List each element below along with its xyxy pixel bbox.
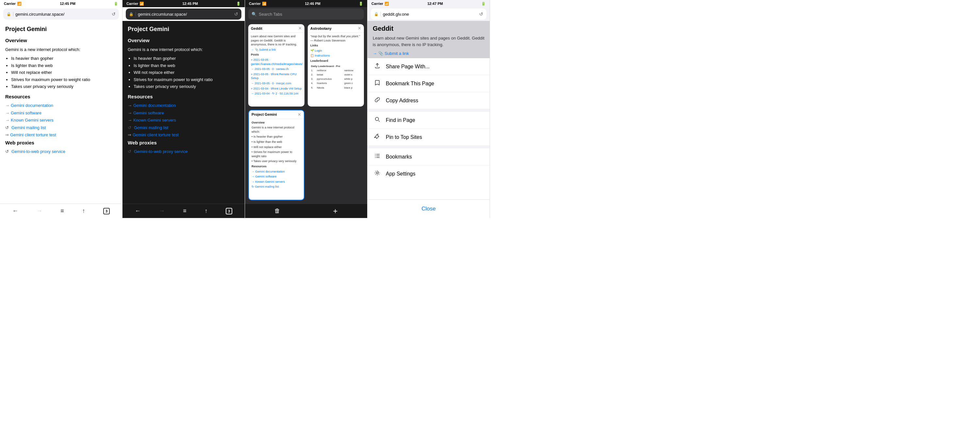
back-button-1[interactable]: ← [13,208,18,214]
panel-3: Carrier 📶 12:46 PM 🔋 🔍 Search Tabs Geddi… [245,0,368,218]
new-tab-button[interactable]: + [333,206,337,216]
battery-icon-3: 🔋 [359,2,363,6]
link-item: ⇒Gemini client torture test [5,132,117,138]
tab-card-astrobotany[interactable]: Astrobotany ✕ "reap but by the seeds tha… [308,24,364,107]
address-bar-1[interactable]: 🔒 gemini.circumlunar.space/ ↺ [3,8,119,19]
svg-point-1 [376,172,378,174]
status-left-4: Carrier 📶 [371,2,389,6]
menu-item-copy-address[interactable]: Copy Address [368,92,490,109]
wifi-icon-3: 📶 [262,2,267,6]
address-bar-4[interactable]: 🔒 geddit.glv.one ↺ [371,8,487,19]
status-right-2: 🔋 [236,2,241,6]
menu-label-bookmark: Bookmark This Page [386,81,434,86]
reload-icon-4[interactable]: ↺ [479,11,483,17]
menu-label-bookmarks: Bookmarks [386,154,412,160]
link-gemini-docs-1[interactable]: Gemini documentation [11,102,53,109]
link-item: →Known Gemini servers [5,117,117,123]
menu-item-bookmark[interactable]: Bookmark This Page [368,75,490,92]
lock-icon-4: 🔒 [374,12,379,16]
status-left-2: Carrier 📶 [126,2,144,6]
wifi-icon-1: 📶 [17,2,22,6]
tab-body-geddit: Learn about new Gemini sites and pages o… [248,33,304,98]
menu-button-2[interactable]: ≡ [183,208,186,214]
forward-button-1[interactable]: → [37,208,43,214]
link-proxy-1[interactable]: Gemini-to-web proxy service [11,149,65,155]
tab-title-astrobotany: Astrobotany [310,27,332,30]
tab-count-2[interactable]: 3 [226,208,232,214]
carrier-1: Carrier [4,2,16,6]
status-bar-3: Carrier 📶 12:46 PM 🔋 [245,0,367,7]
reload-icon-1[interactable]: ↺ [112,11,116,17]
time-4: 12:47 PM [427,2,443,6]
tab-card-geddit[interactable]: Geddit ✕ Learn about new Gemini sites an… [248,24,304,107]
tab-close-geddit[interactable]: ✕ [298,26,302,31]
web-proxies-heading-2: Web proxies [128,139,239,147]
back-button-2[interactable]: ← [135,208,141,214]
link-torture-1[interactable]: Gemini client torture test [10,132,56,138]
link-known-servers-1[interactable]: Known Gemini servers [11,117,54,123]
toolbar-3: 🗑 + [245,204,367,218]
link-mailing-2[interactable]: Gemini mailing list [134,125,168,131]
link-known-servers-2[interactable]: Known Gemini servers [133,117,176,123]
bullet-item: Takes user privacy very seriously [134,83,239,90]
tab-close-astrobotany[interactable]: ✕ [358,26,361,31]
menu-item-pin[interactable]: Pin to Top Sites [368,129,490,146]
carrier-3: Carrier [249,2,261,6]
status-right-3: 🔋 [359,2,363,6]
link-torture-2[interactable]: Gemini client torture test [133,132,179,138]
link-item: →Gemini software [5,110,117,117]
link-proxy-2[interactable]: Gemini-to-web proxy service [134,149,188,155]
trash-button[interactable]: 🗑 [274,208,280,214]
lock-icon-2: 🔒 [129,12,134,16]
link-item: →Gemini software [128,110,239,117]
bullet-item: Takes user privacy very seriously [11,83,117,90]
copy-link-icon [373,96,381,105]
bookmarks-list-icon [373,153,381,161]
close-button[interactable]: Close [373,202,484,216]
tab-close-project[interactable]: ✕ [298,112,301,117]
pin-icon [373,133,381,141]
menu-label-find: Find in Page [386,117,415,123]
menu-label-settings: App Settings [386,171,415,177]
time-1: 12:45 PM [60,2,75,6]
menu-item-share[interactable]: Share Page With... [368,58,490,75]
content-2: Project Gemini Overview Gemini is a new … [123,21,245,204]
content-1: Project Gemini Overview Gemini is a new … [0,21,122,204]
url-4[interactable]: geddit.glv.one [383,12,477,17]
page-title-1: Project Gemini [5,25,117,34]
tabs-grid: Geddit ✕ Learn about new Gemini sites an… [245,21,367,204]
menu-item-bookmarks[interactable]: Bookmarks [368,149,490,165]
tab-body-project: Overview Gemini is a new internet protoc… [249,119,304,192]
reload-icon-2[interactable]: ↺ [234,11,238,17]
url-1[interactable]: gemini.circumlunar.space/ [15,12,110,17]
link-item: ↺Gemini-to-web proxy service [128,149,239,155]
share-button-2[interactable]: ↑ [205,208,207,214]
share-button-1[interactable]: ↑ [82,208,85,214]
tab-card-project-gemini[interactable]: Project Gemini ✕ Overview Gemini is a ne… [248,110,304,200]
menu-item-settings[interactable]: App Settings [368,165,490,182]
url-2[interactable]: gemini.circumlunar.space/ [138,12,232,17]
submit-link-4[interactable]: → 📎 Submit a link [373,50,484,56]
link-mailing-1[interactable]: Gemini mailing list [11,125,46,131]
bullet-item: Is lighter than the web [134,62,239,69]
search-placeholder: Search Tabs [259,12,282,17]
carrier-4: Carrier [371,2,383,6]
address-bar-2[interactable]: 🔒 gemini.circumlunar.space/ ↺ [126,8,242,19]
wifi-icon-2: 📶 [140,2,144,6]
link-gemini-software-2[interactable]: Gemini software [133,110,164,117]
forward-button-2[interactable]: → [159,208,165,214]
overview-heading-2: Overview [128,37,239,45]
menu-button-1[interactable]: ≡ [60,208,64,214]
menu-item-find[interactable]: Find in Page [368,112,490,129]
link-gemini-docs-2[interactable]: Gemini documentation [133,102,176,109]
carrier-2: Carrier [126,2,138,6]
page-title-4: Geddit [373,25,484,32]
web-proxies-heading-1: Web proxies [5,139,117,147]
settings-icon [373,169,381,178]
link-item: ↺Gemini mailing list [5,125,117,131]
link-gemini-software-1[interactable]: Gemini software [11,110,41,117]
link-item: →Gemini documentation [5,102,117,109]
tab-count-1[interactable]: 3 [103,208,110,214]
search-bar[interactable]: 🔍 Search Tabs [248,8,364,19]
status-left-3: Carrier 📶 [249,2,267,6]
